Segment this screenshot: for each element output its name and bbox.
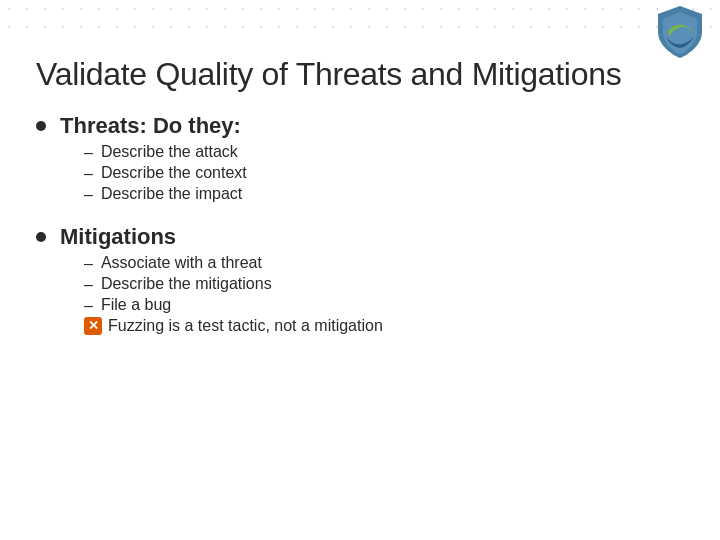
dash-icon: – (84, 186, 93, 204)
mitigation-item-2: Describe the mitigations (101, 275, 272, 293)
list-item: – Describe the attack (84, 143, 247, 162)
slide-content: Validate Quality of Threats and Mitigati… (0, 38, 720, 540)
mitigations-sub-items: – Associate with a threat – Describe the… (84, 254, 383, 315)
x-mark-icon: ✕ (84, 317, 102, 335)
bullet-dot-threats (36, 121, 46, 131)
dash-icon: – (84, 297, 93, 315)
threats-section: Threats: Do they: – Describe the attack … (36, 113, 684, 206)
mitigations-heading: Mitigations (60, 224, 383, 250)
threats-bullet-row: Threats: Do they: – Describe the attack … (36, 113, 684, 206)
list-item: – Associate with a threat (84, 254, 383, 273)
dash-icon: – (84, 276, 93, 294)
threat-item-1: Describe the attack (101, 143, 238, 161)
list-item: – File a bug (84, 296, 383, 315)
threat-item-3: Describe the impact (101, 185, 242, 203)
threats-sub-items: – Describe the attack – Describe the con… (84, 143, 247, 204)
list-item: – Describe the impact (84, 185, 247, 204)
dot-pattern-decoration (0, 0, 720, 38)
mitigations-bullet-row: Mitigations – Associate with a threat – … (36, 224, 684, 335)
list-item: – Describe the mitigations (84, 275, 383, 294)
threats-heading: Threats: Do they: (60, 113, 247, 139)
mitigation-item-1: Associate with a threat (101, 254, 262, 272)
special-item-text: Fuzzing is a test tactic, not a mitigati… (108, 317, 383, 335)
slide-title: Validate Quality of Threats and Mitigati… (36, 56, 684, 93)
list-item: – Describe the context (84, 164, 247, 183)
mitigations-section: Mitigations – Associate with a threat – … (36, 224, 684, 335)
special-list-item: ✕ Fuzzing is a test tactic, not a mitiga… (84, 317, 383, 335)
mitigation-item-3: File a bug (101, 296, 171, 314)
dash-icon: – (84, 165, 93, 183)
bullet-dot-mitigations (36, 232, 46, 242)
dash-icon: – (84, 255, 93, 273)
threat-item-2: Describe the context (101, 164, 247, 182)
dash-icon: – (84, 144, 93, 162)
